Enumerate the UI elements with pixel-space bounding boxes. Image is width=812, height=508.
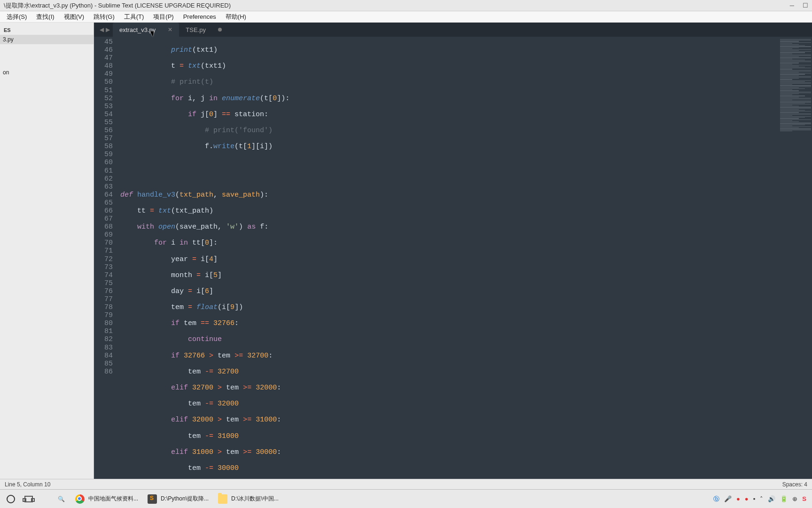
chrome-icon <box>75 494 85 504</box>
tab-tse[interactable]: TSE.py <box>179 23 228 37</box>
chevron-up-icon[interactable]: ˄ <box>760 495 763 502</box>
editor-area: ◀ ▶ extract_v3.py ✕ TSE.py 4546474849505… <box>94 23 812 479</box>
task-label: D:\冰川数据\中国... <box>231 495 279 503</box>
record-icon[interactable]: ● <box>736 495 740 502</box>
sidebar-open-files-heading: ES <box>0 25 94 35</box>
menu-bar: 选择(S) 查找(I) 视图(V) 跳转(G) 工具(T) 项目(P) Pref… <box>0 11 812 23</box>
code-editor[interactable]: print(txt1) t = txt(txt1) # print(t) for… <box>117 37 779 479</box>
task-label: 中国地面气候资料... <box>88 495 138 503</box>
taskbar-sublime[interactable]: D:\Python\提取降... <box>143 490 213 508</box>
taskbar-explorer[interactable]: D:\冰川数据\中国... <box>213 490 284 508</box>
system-tray: ⓑ 🎤 ● ● ▪ ˄ 🔊 🔋 ⊕ S <box>708 490 812 508</box>
taskbar-search[interactable]: 🔍 <box>52 490 70 508</box>
record-icon-2[interactable]: ● <box>745 495 749 502</box>
close-icon[interactable]: ✕ <box>168 26 172 33</box>
tab-extract-v3[interactable]: extract_v3.py ✕ <box>113 23 179 37</box>
sublime-icon <box>148 494 157 504</box>
microphone-icon[interactable]: 🎤 <box>724 495 732 502</box>
tab-history-back-icon[interactable]: ◀ <box>100 26 104 33</box>
status-cursor-position[interactable]: Line 5, Column 10 <box>5 481 50 488</box>
folder-icon <box>218 494 227 504</box>
tab-row: ◀ ▶ extract_v3.py ✕ TSE.py <box>94 23 812 37</box>
network-icon[interactable]: ⊕ <box>792 495 797 502</box>
tab-label: TSE.py <box>186 26 206 33</box>
menu-goto[interactable]: 跳转(G) <box>89 12 119 22</box>
task-view-icon[interactable] <box>24 496 33 502</box>
menu-preferences[interactable]: Preferences <box>179 12 221 21</box>
search-icon: 🔍 <box>56 494 66 504</box>
taskbar: 🔍 中国地面气候资料... D:\Python\提取降... D:\冰川数据\中… <box>0 489 812 508</box>
status-bar: Line 5, Column 10 Spaces: 4 <box>0 479 812 489</box>
line-number-gutter: 4546474849505152535455565758596061626364… <box>94 37 117 479</box>
sidebar-secondary-label[interactable]: on <box>0 68 94 77</box>
task-label: D:\Python\提取降... <box>161 495 209 503</box>
volume-icon[interactable]: 🔊 <box>768 495 775 502</box>
menu-help[interactable]: 帮助(H) <box>221 12 251 22</box>
menu-select[interactable]: 选择(S) <box>2 12 31 22</box>
taskbar-chrome[interactable]: 中国地面气候资料... <box>70 490 143 508</box>
tab-label: extract_v3.py <box>119 26 156 33</box>
sidebar: ES 3.py on <box>0 23 94 479</box>
menu-tools[interactable]: 工具(T) <box>119 12 149 22</box>
ime-icon[interactable]: S <box>802 495 806 502</box>
dirty-indicator-icon <box>218 28 222 32</box>
menu-view[interactable]: 视图(V) <box>59 12 89 22</box>
window-title: \提取降水\extract_v3.py (Python) - Sublime T… <box>4 1 231 10</box>
bluetooth-icon[interactable]: ⓑ <box>713 495 719 503</box>
sidebar-file-extract[interactable]: 3.py <box>0 35 94 44</box>
cortana-icon[interactable] <box>7 495 15 503</box>
maximize-icon[interactable]: ☐ <box>803 2 808 9</box>
tray-square-icon[interactable]: ▪ <box>753 495 756 502</box>
status-indent[interactable]: Spaces: 4 <box>782 481 807 488</box>
menu-project[interactable]: 项目(P) <box>148 12 178 22</box>
battery-icon[interactable]: 🔋 <box>780 495 788 502</box>
minimap[interactable] <box>779 37 812 479</box>
menu-find[interactable]: 查找(I) <box>31 12 59 22</box>
title-bar: \提取降水\extract_v3.py (Python) - Sublime T… <box>0 0 812 11</box>
minimize-icon[interactable]: ─ <box>790 2 794 9</box>
tab-history-forward-icon[interactable]: ▶ <box>106 26 110 33</box>
